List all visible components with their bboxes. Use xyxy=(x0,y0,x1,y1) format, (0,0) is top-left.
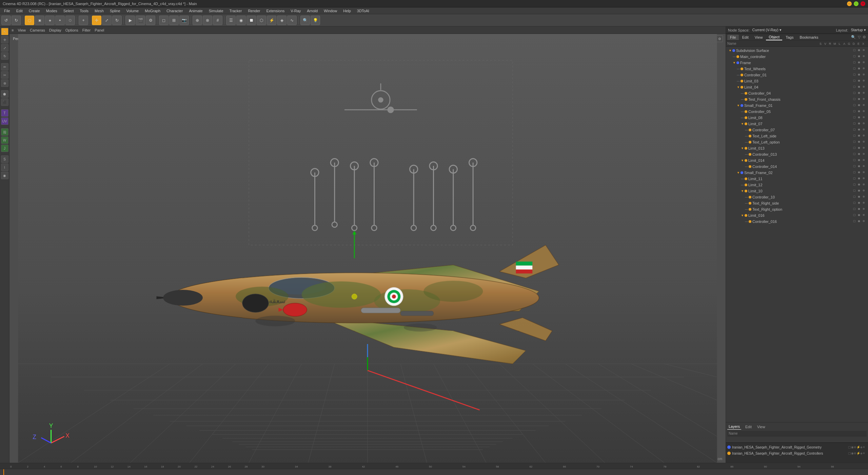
mode-point-btn[interactable]: ✦ xyxy=(55,16,65,25)
mode-edge-btn[interactable]: ◈ xyxy=(45,16,55,25)
layer-btn[interactable]: ☰ xyxy=(226,16,236,25)
tree-item-limit07[interactable]: ▼ Limit_07 ▢◉⊛ xyxy=(726,121,868,127)
playhead[interactable] xyxy=(3,469,4,475)
select-tool[interactable]: ↖ xyxy=(1,28,8,35)
camera-btn[interactable]: 📷 xyxy=(179,16,189,25)
uv-tool[interactable]: UV xyxy=(1,117,8,125)
axis-btn[interactable]: ⊗ xyxy=(203,16,212,25)
obj-row-controllers[interactable]: Iranian_HESA_Saeqeh_Fighter_Aircraft_Rig… xyxy=(727,450,867,456)
polygon-pen[interactable]: ⬟ xyxy=(1,90,8,98)
menu-animate[interactable]: Animate xyxy=(186,8,205,14)
redo-button[interactable]: ↻ xyxy=(12,16,21,25)
rigging-tool[interactable]: ⛓ xyxy=(1,128,8,136)
settings-icon[interactable]: ⚙ xyxy=(862,34,867,40)
viewport-display-menu[interactable]: Display xyxy=(49,28,61,32)
material-btn[interactable]: ◉ xyxy=(236,16,246,25)
render-preview-btn[interactable]: ▶ xyxy=(125,16,135,25)
generator-btn[interactable]: ◈ xyxy=(277,16,287,25)
extrude-tool[interactable]: ⬛ xyxy=(1,98,8,106)
tree-item-limit04[interactable]: ▼ Limit_04 ▢◉⊛ xyxy=(726,84,868,90)
tree-item-text-left-side[interactable]: — Text_Left_side ▢◉⊛ xyxy=(726,133,868,139)
menu-select[interactable]: Select xyxy=(61,8,77,14)
render-settings-btn[interactable]: ⚙ xyxy=(146,16,155,25)
tree-item-controller01[interactable]: — Controller_01 ▢◉⊛ xyxy=(726,72,868,78)
tree-item-test-front-chassis[interactable]: — Test_Front_chassis ▢◉⊛ xyxy=(726,96,868,102)
menu-mesh[interactable]: Mesh xyxy=(92,8,106,14)
layers-view-tab[interactable]: View xyxy=(756,424,767,430)
tree-item-text-right-option[interactable]: — Text_Right_option ▢◉⊛ xyxy=(726,206,868,212)
timeline-track[interactable] xyxy=(0,469,868,475)
move-tool[interactable]: ✛ xyxy=(1,36,8,43)
move-tool-btn[interactable]: ✛ xyxy=(92,16,101,25)
tree-item-main-controller[interactable]: — Main_controller ▢ ◉ ⊛ xyxy=(726,54,868,60)
tree-item-small-frame01[interactable]: ▼ Small_Frame_01 ▢◉⊛ xyxy=(726,102,868,109)
viewport[interactable]: Perspective Default Camera** Grid Spacin… xyxy=(9,34,726,463)
filter-icon[interactable]: ▽ xyxy=(857,34,861,40)
smear-tool[interactable]: S xyxy=(1,155,8,163)
menu-help[interactable]: Help xyxy=(340,8,354,14)
viewport-options-menu[interactable]: Options xyxy=(65,28,78,32)
tree-item-controller014[interactable]: — Controller_014 ▢◉⊛ xyxy=(726,164,868,170)
menu-create[interactable]: Create xyxy=(26,8,43,14)
rotate-tool[interactable]: ↻ xyxy=(1,52,8,60)
texture-tool[interactable]: T xyxy=(1,109,8,117)
tree-item-controller07[interactable]: — Controller_07 ▢◉⊛ xyxy=(726,127,868,133)
viewport-menu-toggle[interactable]: ≡ xyxy=(12,28,14,32)
menu-spline[interactable]: Spline xyxy=(107,8,123,14)
tree-item-limit016[interactable]: ▼ Limit_016 ▢◉⊛ xyxy=(726,212,868,218)
tree-item-limit10[interactable]: ▼ Limit_10 ▢◉⊛ xyxy=(726,188,868,194)
mode-polygon-btn[interactable]: ▣ xyxy=(35,16,44,25)
tree-item-controller016[interactable]: — Controller_016 ▢◉⊛ xyxy=(726,218,868,225)
scale-tool[interactable]: ⤢ xyxy=(1,44,8,52)
layers-edit-tab[interactable]: Edit xyxy=(744,424,753,430)
viewport-view-menu[interactable]: View xyxy=(18,28,26,32)
viewport-filter-menu[interactable]: Filter xyxy=(82,28,91,32)
tree-item-controller10[interactable]: — Controller_10 ▢◉⊛ xyxy=(726,194,868,200)
view-perspective-btn[interactable]: ◻ xyxy=(159,16,169,25)
menu-volume[interactable]: Volume xyxy=(124,8,142,14)
tree-item-limit014[interactable]: ▼ Limit_014 ▢◉⊛ xyxy=(726,157,868,164)
texture-btn[interactable]: 🔲 xyxy=(246,16,256,25)
menu-character[interactable]: Character xyxy=(164,8,185,14)
menu-edit[interactable]: Edit xyxy=(14,8,25,14)
mode-uv-btn[interactable]: ⬡ xyxy=(65,16,75,25)
obj-row-geometry[interactable]: Iranian_HESA_Saeqeh_Fighter_Aircraft_Rig… xyxy=(727,444,867,450)
close-button[interactable]: ✕ xyxy=(861,1,865,6)
hair-tool[interactable]: ⌇ xyxy=(1,164,8,171)
tree-item-controller05[interactable]: — Controller_05 ▢◉⊛ xyxy=(726,109,868,115)
rotate-tool-btn[interactable]: ↻ xyxy=(112,16,122,25)
tree-item-test-wheels[interactable]: — Test_Wheels ▢◉⊛ xyxy=(726,66,868,72)
grid-btn[interactable]: # xyxy=(213,16,222,25)
maximize-button[interactable]: □ xyxy=(854,1,859,6)
tree-item-limit12[interactable]: — Limit_12 ▢◉⊛ xyxy=(726,182,868,188)
tree-item-text-right-side[interactable]: — Text_Right_side ▢◉⊛ xyxy=(726,200,868,206)
object-tree[interactable]: ▼ Subdivision Surface ▢ ◉ ⊛ — Main_contr… xyxy=(726,47,868,422)
tab-object[interactable]: Object xyxy=(766,34,782,40)
menu-arnold[interactable]: Arnold xyxy=(304,8,320,14)
menu-vray[interactable]: V-Ray xyxy=(288,8,303,14)
tree-item-limit03[interactable]: — Limit_03 ▢◉⊛ xyxy=(726,78,868,84)
effector-btn[interactable]: ⚡ xyxy=(267,16,276,25)
node-space-value[interactable]: Current (V-Ray) ▾ xyxy=(752,28,782,32)
viewport-panel-menu[interactable]: Panel xyxy=(95,28,104,32)
joint-tool[interactable]: J xyxy=(1,145,8,152)
soft-selection[interactable]: ◉ xyxy=(1,172,8,179)
tab-edit[interactable]: Edit xyxy=(739,35,751,40)
undo-button[interactable]: ↺ xyxy=(1,16,11,25)
mode-object-btn[interactable]: ◯ xyxy=(25,16,34,25)
minimize-button[interactable]: — xyxy=(847,1,852,6)
tree-item-controller013[interactable]: — Controller_013 ▢◉⊛ xyxy=(726,151,868,157)
tree-item-small-frame02[interactable]: ▼ Small_Frame_02 ▢◉⊛ xyxy=(726,170,868,176)
menu-tools[interactable]: Tools xyxy=(77,8,91,14)
viewport-cameras-menu[interactable]: Cameras xyxy=(30,28,45,32)
menu-simulate[interactable]: Simulate xyxy=(206,8,226,14)
tree-item-limit11[interactable]: — Limit_11 ▢◉⊛ xyxy=(726,176,868,182)
magnet-tool[interactable]: ⊛ xyxy=(1,79,8,87)
menu-extensions[interactable]: Extensions xyxy=(263,8,287,14)
view-4view-btn[interactable]: ⊞ xyxy=(169,16,179,25)
add-object-btn[interactable]: + xyxy=(79,16,88,25)
tree-item-frame[interactable]: ▼ Frame ▢ ◉ ⊛ xyxy=(726,60,868,66)
layout-value[interactable]: Startup ▾ xyxy=(851,28,866,32)
menu-mograph[interactable]: MoGraph xyxy=(142,8,163,14)
menu-render[interactable]: Render xyxy=(245,8,263,14)
